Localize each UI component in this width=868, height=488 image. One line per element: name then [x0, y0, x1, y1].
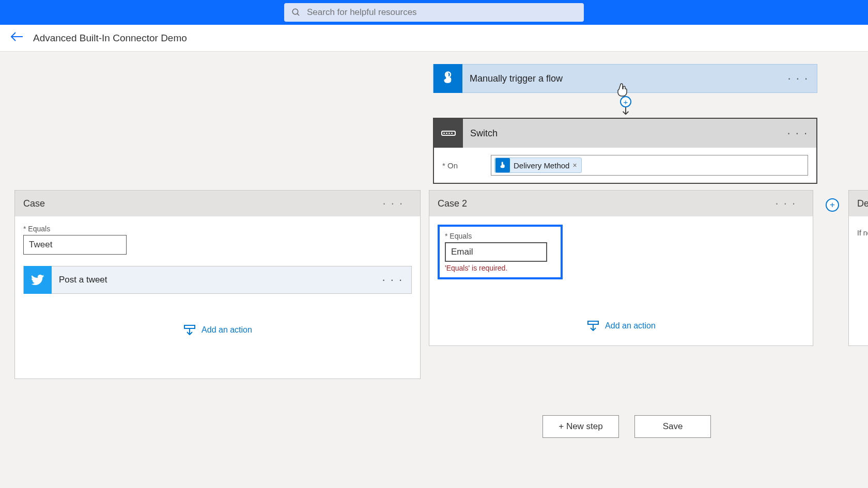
save-button[interactable]: Save: [634, 415, 711, 438]
add-action-label: Add an action: [605, 321, 656, 330]
highlight-box: Equals 'Equals' is required.: [438, 225, 563, 279]
switch-body: On Delivery Method ×: [434, 148, 816, 183]
token-text: Delivery Method: [510, 161, 572, 170]
case1-title: Case: [23, 198, 374, 209]
insert-step-between[interactable]: +: [618, 96, 633, 119]
top-bar: [0, 0, 868, 25]
svg-point-0: [292, 9, 298, 14]
action-label: Post a tweet: [52, 275, 374, 285]
search-box[interactable]: [284, 3, 584, 22]
case2-title: Case 2: [438, 198, 767, 209]
default-case-card: Default If no: [848, 190, 868, 346]
default-header[interactable]: Default: [849, 191, 868, 216]
add-action-label: Add an action: [202, 325, 252, 335]
dynamic-token[interactable]: Delivery Method ×: [494, 158, 582, 173]
trigger-card[interactable]: Manually trigger a flow · · ·: [433, 64, 817, 93]
default-title: Default: [857, 198, 868, 209]
case2-header[interactable]: Case 2 · · ·: [429, 191, 813, 216]
case1-equals-label: Equals: [23, 225, 412, 233]
designer-canvas: Manually trigger a flow · · · + Swit: [0, 52, 868, 488]
token-remove-icon[interactable]: ×: [572, 161, 577, 169]
case2-add-action[interactable]: Add an action: [438, 321, 804, 331]
trigger-menu-icon[interactable]: · · ·: [779, 72, 817, 85]
svg-rect-12: [588, 321, 598, 324]
svg-rect-10: [184, 325, 195, 328]
svg-rect-6: [443, 133, 445, 134]
switch-menu-icon[interactable]: · · ·: [779, 127, 816, 140]
case2-equals-input[interactable]: [445, 242, 547, 262]
case1-add-action[interactable]: Add an action: [23, 325, 412, 335]
case2-error: 'Equals' is required.: [445, 264, 555, 272]
svg-line-1: [297, 13, 299, 15]
search-icon: [291, 8, 301, 17]
search-input[interactable]: [301, 7, 577, 18]
new-step-button[interactable]: + New step: [542, 415, 619, 438]
switch-label: Switch: [463, 128, 779, 139]
svg-rect-8: [448, 133, 450, 134]
add-action-icon: [183, 325, 196, 335]
case2-equals-label: Equals: [445, 232, 555, 240]
twitter-icon: [24, 266, 52, 294]
trigger-icon: [433, 64, 462, 93]
post-tweet-action[interactable]: Post a tweet · · ·: [23, 266, 412, 294]
case2-menu-icon[interactable]: · · ·: [767, 197, 804, 210]
action-menu-icon[interactable]: · · ·: [374, 273, 411, 287]
case1-equals-input[interactable]: [23, 235, 127, 255]
add-action-icon: [586, 321, 600, 331]
case1-header[interactable]: Case · · ·: [15, 191, 420, 216]
default-note: If no: [857, 229, 868, 237]
switch-icon: [434, 119, 463, 148]
svg-rect-7: [446, 133, 447, 134]
bottom-buttons: + New step Save: [542, 415, 711, 438]
trigger-label: Manually trigger a flow: [462, 73, 779, 84]
switch-on-label: On: [442, 161, 458, 170]
switch-card[interactable]: Switch · · · On Delivery Method ×: [433, 118, 817, 184]
back-arrow-icon[interactable]: [10, 32, 24, 45]
add-case-button[interactable]: +: [826, 198, 839, 212]
case1-menu-icon[interactable]: · · ·: [374, 197, 412, 210]
token-icon: [495, 158, 510, 172]
page-title: Advanced Built-In Connector Demo: [33, 33, 187, 44]
arrow-down-icon: [621, 106, 630, 118]
page-header: Advanced Built-In Connector Demo: [0, 25, 868, 52]
case-card-1: Case · · · Equals Post a tweet · · ·: [14, 190, 421, 379]
case-card-2: Case 2 · · · Equals 'Equals' is required…: [429, 190, 813, 346]
plus-icon[interactable]: +: [620, 96, 631, 107]
switch-header[interactable]: Switch · · ·: [434, 119, 816, 148]
svg-rect-9: [451, 133, 453, 134]
switch-on-input[interactable]: Delivery Method ×: [491, 155, 808, 176]
